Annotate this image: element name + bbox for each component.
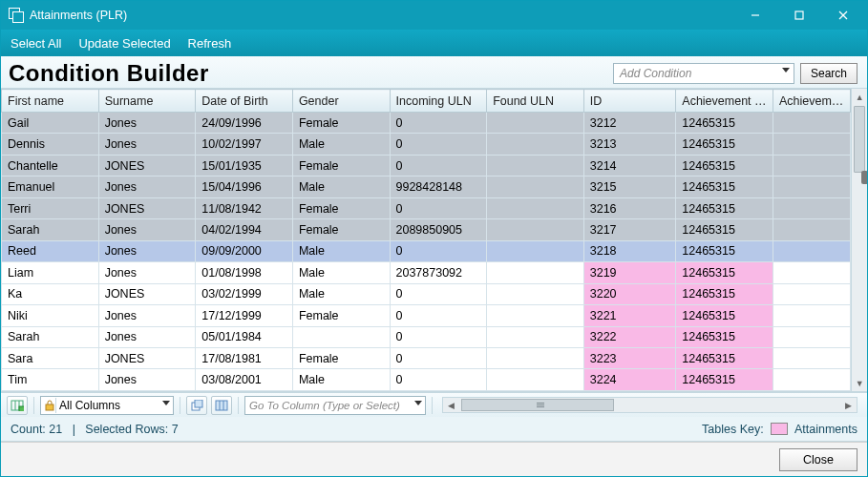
cell-surname[interactable]: Jones [98,240,196,261]
col-dob[interactable]: Date of Birth [196,90,293,113]
cell-gender[interactable]: Male [292,134,390,155]
cell-gender[interactable]: Male [292,369,390,391]
cell-gender[interactable]: Female [292,113,390,134]
cell-gender[interactable]: Male [292,240,390,261]
cell-found-uln[interactable] [487,262,584,283]
expand-columns-button[interactable] [7,396,28,415]
cell-first-name[interactable]: Terri [2,197,99,218]
cell-achievement[interactable] [773,134,850,155]
cell-id[interactable]: 3214 [583,155,676,176]
cell-incoming-uln[interactable]: 9928428148 [390,176,487,197]
cell-surname[interactable]: JONES [98,283,196,304]
add-condition-combo[interactable]: Add Condition [613,63,794,84]
table-row[interactable]: KaJONES03/02/1999Male0322012465315 [2,283,851,304]
cell-achievement-pr[interactable]: 12465315 [676,134,773,155]
columns-filter-combo[interactable]: All Columns [40,396,174,415]
col-achievement[interactable]: Achievement [773,90,850,113]
cell-dob[interactable]: 05/01/1984 [196,326,293,347]
close-button[interactable]: Close [779,448,857,471]
cell-found-uln[interactable] [487,155,584,176]
cell-incoming-uln[interactable]: 2037873092 [390,262,487,283]
cell-gender[interactable]: Male [292,283,390,304]
grid-header-row[interactable]: First name Surname Date of Birth Gender … [2,90,851,113]
table-row[interactable]: SarahJones05/01/19840322212465315 [2,326,851,347]
cell-gender[interactable]: Male [292,176,390,197]
cell-dob[interactable]: 11/08/1942 [196,197,293,218]
cell-surname[interactable]: JONES [98,197,196,218]
scroll-down-icon[interactable]: ▼ [852,375,867,391]
cell-dob[interactable]: 24/09/1996 [196,113,293,134]
cell-dob[interactable]: 15/04/1996 [196,176,293,197]
cell-gender[interactable] [292,326,390,347]
scroll-left-icon[interactable]: ◀ [443,401,459,410]
cell-surname[interactable]: Jones [98,262,196,283]
cell-found-uln[interactable] [487,176,584,197]
table-row[interactable]: NikiJones17/12/1999Female0322112465315 [2,305,851,326]
cell-incoming-uln[interactable]: 0 [390,305,487,326]
cell-first-name[interactable]: Ka [2,283,99,304]
cell-first-name[interactable]: Chantelle [2,155,99,176]
cell-found-uln[interactable] [487,240,584,261]
cell-achievement-pr[interactable]: 12465315 [676,326,773,347]
vertical-thumb[interactable] [854,106,865,173]
cell-id[interactable]: 3213 [583,134,676,155]
cell-incoming-uln[interactable]: 0 [390,240,487,261]
cell-achievement-pr[interactable]: 12465315 [676,283,773,304]
cell-achievement-pr[interactable]: 12465315 [676,262,773,283]
col-found-uln[interactable]: Found ULN [487,90,584,113]
cell-gender[interactable]: Female [292,347,390,368]
cell-gender[interactable]: Male [292,262,390,283]
cell-surname[interactable]: Jones [98,219,196,240]
cell-id[interactable]: 3219 [583,262,676,283]
cell-achievement-pr[interactable]: 12465315 [676,176,773,197]
cell-id[interactable]: 3220 [583,283,676,304]
col-id[interactable]: ID [583,90,676,113]
cell-first-name[interactable]: Sarah [2,219,99,240]
cell-incoming-uln[interactable]: 0 [390,134,487,155]
scroll-up-icon[interactable]: ▲ [852,89,867,105]
cell-achievement-pr[interactable]: 12465315 [676,347,773,368]
menu-refresh[interactable]: Refresh [188,36,232,51]
cell-achievement[interactable] [773,347,850,368]
search-button[interactable]: Search [800,63,857,84]
cell-gender[interactable]: Female [292,155,390,176]
cell-found-uln[interactable] [487,113,584,134]
cell-achievement[interactable] [773,197,850,218]
cell-incoming-uln[interactable]: 0 [390,326,487,347]
col-surname[interactable]: Surname [98,90,196,113]
cell-gender[interactable]: Female [292,219,390,240]
cell-achievement-pr[interactable]: 12465315 [676,240,773,261]
cell-incoming-uln[interactable]: 0 [390,347,487,368]
cell-first-name[interactable]: Liam [2,262,99,283]
table-row[interactable]: SarahJones04/02/1994Female20898509053217… [2,219,851,240]
cell-achievement[interactable] [773,369,850,391]
cell-first-name[interactable]: Sarah [2,326,99,347]
table-row[interactable]: DennisJones10/02/1997Male0321312465315 [2,134,851,155]
cell-id[interactable]: 3218 [583,240,676,261]
cell-dob[interactable]: 17/08/1981 [196,347,293,368]
table-row[interactable]: SaraJONES17/08/1981Female0322312465315 [2,347,851,368]
cell-surname[interactable]: Jones [98,134,196,155]
cell-surname[interactable]: Jones [98,369,196,391]
cell-achievement-pr[interactable]: 12465315 [676,369,773,391]
cell-incoming-uln[interactable]: 2089850905 [390,219,487,240]
goto-column-combo[interactable]: Go To Column (Type or Select) [244,396,426,415]
cell-dob[interactable]: 01/08/1998 [196,262,293,283]
cell-achievement-pr[interactable]: 12465315 [676,113,773,134]
close-window-button[interactable] [821,1,865,30]
cell-incoming-uln[interactable]: 0 [390,283,487,304]
cell-achievement[interactable] [773,240,850,261]
cell-found-uln[interactable] [487,305,584,326]
cell-found-uln[interactable] [487,197,584,218]
col-achievement-pr[interactable]: Achievement Pr... [676,90,773,113]
cell-incoming-uln[interactable]: 0 [390,197,487,218]
cell-achievement-pr[interactable]: 12465315 [676,155,773,176]
cell-gender[interactable]: Female [292,305,390,326]
cell-dob[interactable]: 09/09/2000 [196,240,293,261]
cell-first-name[interactable]: Reed [2,240,99,261]
cell-incoming-uln[interactable]: 0 [390,113,487,134]
cell-dob[interactable]: 15/01/1935 [196,155,293,176]
cell-achievement[interactable] [773,283,850,304]
scroll-marker[interactable] [861,171,867,184]
cell-id[interactable]: 3216 [583,197,676,218]
